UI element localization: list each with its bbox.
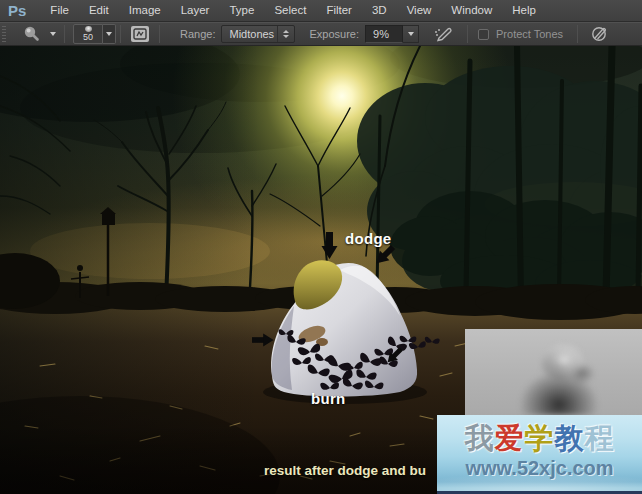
dodge-annotation: dodge bbox=[345, 230, 392, 247]
tablet-pressure-button[interactable] bbox=[590, 25, 610, 43]
brush-panel-icon bbox=[133, 28, 147, 40]
airbrush-icon bbox=[433, 26, 455, 42]
menu-bar: Ps File Edit Image Layer Type Select Fil… bbox=[0, 0, 642, 22]
caret-down-icon bbox=[408, 32, 414, 36]
menu-3d[interactable]: 3D bbox=[362, 0, 397, 21]
result-caption: result after dodge and bu bbox=[264, 463, 426, 478]
protect-tones-label: Protect Tones bbox=[496, 28, 563, 40]
divider bbox=[120, 25, 121, 43]
exposure-input[interactable]: 9% bbox=[365, 25, 403, 43]
divider bbox=[64, 25, 65, 43]
tool-preset-button[interactable] bbox=[20, 24, 56, 44]
menu-layer[interactable]: Layer bbox=[171, 0, 220, 21]
menu-type[interactable]: Type bbox=[219, 0, 264, 21]
exposure-dropdown-button[interactable] bbox=[403, 25, 419, 43]
menu-select[interactable]: Select bbox=[264, 0, 316, 21]
brush-preview: 50 bbox=[73, 24, 103, 44]
burn-annotation: burn bbox=[311, 390, 346, 407]
document-canvas[interactable]: dodge burn result after dodge and bu 我爱学… bbox=[0, 46, 642, 494]
watermark-preview-image bbox=[465, 329, 642, 415]
airbrush-toggle-button[interactable] bbox=[433, 26, 455, 42]
tablet-pressure-icon bbox=[590, 25, 610, 43]
brush-dropdown-caret[interactable] bbox=[103, 24, 116, 44]
range-label: Range: bbox=[180, 28, 215, 40]
menu-file[interactable]: File bbox=[40, 0, 79, 21]
tool-options-bar: 50 Range: Midtones Exposure: 9% bbox=[0, 22, 642, 46]
watermark-url: www.52xjc.com bbox=[437, 457, 642, 480]
divider bbox=[159, 25, 160, 43]
ps-logo: Ps bbox=[8, 2, 26, 19]
menu-window[interactable]: Window bbox=[441, 0, 502, 21]
brush-size-value: 50 bbox=[83, 32, 93, 43]
range-value: Midtones bbox=[222, 28, 277, 40]
grayscale-figure bbox=[465, 329, 642, 415]
menu-help[interactable]: Help bbox=[502, 0, 546, 21]
menu-view[interactable]: View bbox=[397, 0, 442, 21]
brush-size-picker[interactable]: 50 bbox=[73, 24, 116, 44]
divider bbox=[467, 25, 468, 43]
watermark-band: 我爱学教程 www.52xjc.com bbox=[437, 415, 642, 494]
divider bbox=[577, 25, 578, 43]
exposure-label: Exposure: bbox=[309, 28, 359, 40]
options-bar-grip[interactable] bbox=[2, 26, 6, 42]
toggle-brush-panel-button[interactable] bbox=[131, 26, 149, 42]
range-select[interactable]: Midtones bbox=[221, 25, 295, 43]
photoshop-window: Ps File Edit Image Layer Type Select Fil… bbox=[0, 0, 642, 494]
tool-preset-caret-icon bbox=[50, 32, 56, 36]
menu-filter[interactable]: Filter bbox=[316, 0, 362, 21]
watermark-brand-text: 我爱学教程 bbox=[437, 421, 642, 455]
menu-edit[interactable]: Edit bbox=[79, 0, 119, 21]
protect-tones-checkbox[interactable] bbox=[478, 29, 489, 40]
menu-image[interactable]: Image bbox=[119, 0, 171, 21]
caret-down-icon bbox=[106, 32, 112, 36]
select-updown-icon bbox=[277, 26, 294, 42]
dodge-tool-icon bbox=[20, 24, 44, 44]
